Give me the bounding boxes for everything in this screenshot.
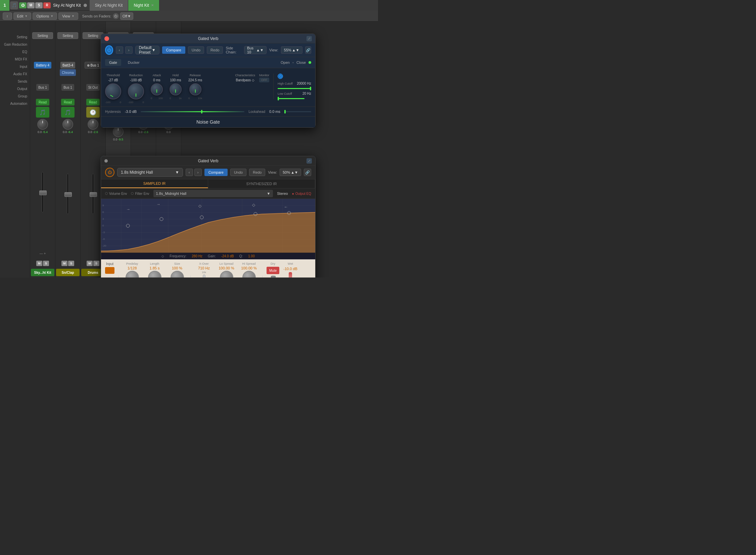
ch-mute-3[interactable]: M bbox=[87, 261, 93, 266]
channel-sky-kit: Setting Battery 4 Bus 1 Read 🎵 0.0 -5.4 bbox=[30, 22, 55, 278]
edit-button[interactable]: Edit ▼ bbox=[13, 12, 32, 20]
sd-hi-spread-knob[interactable] bbox=[242, 271, 256, 278]
ng-undo-button[interactable]: Undo bbox=[188, 46, 204, 54]
setting-btn-3[interactable]: Setting bbox=[83, 32, 103, 39]
sd-length-knob[interactable] bbox=[148, 271, 161, 278]
automation-label: Automation bbox=[0, 100, 30, 108]
sd-mute-button[interactable]: Mute bbox=[267, 267, 279, 274]
audiofx-badge-2[interactable]: Chroma bbox=[60, 69, 76, 76]
up-arrow-button[interactable]: ↑ bbox=[3, 12, 12, 20]
sd-lo-spread-knob[interactable] bbox=[220, 271, 233, 278]
sd-undo-button[interactable]: Undo bbox=[230, 169, 246, 176]
ch-solo-1[interactable]: S bbox=[43, 261, 49, 266]
ng-attack-knob[interactable] bbox=[151, 83, 163, 95]
sends-power-button[interactable]: ⏻ bbox=[113, 13, 119, 19]
ng-back-button[interactable]: ‹ bbox=[116, 46, 123, 54]
sd-wet-slider[interactable] bbox=[289, 272, 292, 278]
sd-ir-name[interactable]: 1.8s_Midnight Hall ▼ bbox=[153, 190, 273, 197]
eq-label: EQ bbox=[0, 48, 30, 56]
sd-preset-dropdown[interactable]: 1.8s Midnight Hall ▼ bbox=[117, 168, 183, 177]
noise-gate-close-button[interactable] bbox=[104, 36, 109, 41]
ch-mute-2[interactable]: M bbox=[61, 261, 67, 266]
sd-view-pct[interactable]: 50% ▲▼ bbox=[280, 169, 301, 176]
pan-knob-1[interactable] bbox=[37, 119, 48, 130]
ng-low-cutoff-slider[interactable] bbox=[278, 98, 304, 99]
tab-close-icon[interactable]: ✕ bbox=[151, 3, 154, 7]
ng-lookahead-slider[interactable] bbox=[284, 111, 311, 112]
input-badge-1[interactable]: Battery 4 bbox=[34, 62, 51, 69]
ng-link-button[interactable]: 🔗 bbox=[305, 46, 311, 54]
ng-forward-button[interactable]: › bbox=[125, 46, 133, 54]
setting-btn-2[interactable]: Setting bbox=[57, 32, 78, 39]
ng-preset-dropdown[interactable]: Default Preset ▼ bbox=[135, 46, 159, 54]
sd-dry-slider[interactable] bbox=[272, 275, 274, 278]
ng-release-knob[interactable] bbox=[189, 83, 201, 95]
sd-expand-button[interactable]: ⤢ bbox=[306, 158, 312, 164]
ch-solo-2[interactable]: S bbox=[68, 261, 74, 266]
record-button[interactable]: R bbox=[43, 2, 51, 8]
ng-hold-knob[interactable] bbox=[170, 83, 182, 95]
fader-2[interactable] bbox=[56, 135, 80, 253]
ng-compare-button[interactable]: Compare bbox=[162, 46, 185, 54]
sd-tab-sampled[interactable]: SAMPLED IR bbox=[101, 179, 208, 188]
sd-close-button[interactable] bbox=[104, 159, 108, 163]
ng-view-pct[interactable]: 55% ▲▼ bbox=[281, 46, 302, 54]
power-button[interactable]: ⏻ bbox=[19, 2, 27, 8]
sd-preset-arrow: ▼ bbox=[175, 170, 179, 175]
output-badge-1[interactable]: Bus 1 bbox=[36, 84, 49, 91]
pan-knob-2[interactable] bbox=[62, 119, 73, 130]
setting-btn-1[interactable]: Setting bbox=[32, 32, 53, 39]
input-badge-3[interactable]: ⊕ Bus 1 bbox=[85, 62, 101, 69]
ng-open-dot bbox=[309, 61, 311, 64]
track-icon-2[interactable]: 🎵 bbox=[61, 107, 75, 118]
ng-reduction-knob[interactable] bbox=[128, 83, 144, 99]
noise-gate-expand-button[interactable]: ⤢ bbox=[306, 36, 312, 41]
sends-dropdown[interactable]: Off ▼ bbox=[120, 12, 133, 20]
sd-link-button[interactable]: 🔗 bbox=[304, 169, 311, 176]
view-button[interactable]: View ▼ bbox=[58, 12, 78, 20]
mute-button[interactable]: M bbox=[27, 2, 35, 8]
tab-night-kit[interactable]: Night Kit ✕ bbox=[128, 0, 159, 11]
pan-knob-3[interactable] bbox=[88, 119, 98, 130]
track-icon-3[interactable]: 🕐 bbox=[86, 107, 100, 118]
sd-input-slider[interactable] bbox=[108, 276, 111, 278]
options-button[interactable]: Options ▼ bbox=[33, 12, 57, 20]
ng-threshold-knob[interactable] bbox=[105, 83, 121, 99]
automation-read-3[interactable]: Read bbox=[86, 99, 100, 105]
sd-input-color-btn[interactable] bbox=[105, 267, 114, 274]
tab-sky-at-night[interactable]: Sky At Night Kit bbox=[90, 0, 129, 11]
solo-button[interactable]: S bbox=[35, 2, 43, 8]
ch-mute-1[interactable]: M bbox=[36, 261, 42, 266]
automation-read-2[interactable]: Read bbox=[61, 99, 75, 105]
output-badge-3[interactable]: St Out bbox=[86, 84, 100, 91]
pan-knob-4[interactable] bbox=[113, 126, 124, 137]
ng-high-cutoff-slider[interactable] bbox=[278, 88, 311, 89]
db-row-1: 0.0 -5.4 bbox=[38, 130, 48, 134]
sd-power-button[interactable]: ⏻ bbox=[105, 168, 114, 177]
ng-tab-gate[interactable]: Gate bbox=[105, 59, 121, 66]
sd-redo-button[interactable]: Redo bbox=[249, 169, 265, 176]
ng-power-button[interactable]: ⏻ bbox=[105, 45, 113, 55]
track-icon-1[interactable]: 🎵 bbox=[36, 107, 49, 118]
sd-predelay-knob[interactable] bbox=[126, 271, 139, 278]
noise-gate-titlebar: Gated Verb ⤢ bbox=[101, 34, 315, 43]
ng-tab-ducker[interactable]: Ducker bbox=[124, 59, 144, 66]
sd-tab-synth[interactable]: SYNTHESIZED IR bbox=[208, 179, 315, 188]
sd-freq-info: ◇ Frequency: 280 Hz Gain: -24.0 dB Q: 1.… bbox=[101, 253, 315, 259]
ng-hysteresis-slider[interactable] bbox=[141, 111, 244, 112]
ng-cutoff-power[interactable]: ⏻ bbox=[278, 74, 283, 79]
ng-redo-button[interactable]: Redo bbox=[207, 46, 223, 54]
fader-1[interactable] bbox=[31, 135, 54, 249]
automation-read-1[interactable]: Read bbox=[36, 99, 49, 105]
sd-back-button[interactable]: ‹ bbox=[186, 169, 193, 176]
sd-compare-button[interactable]: Compare bbox=[204, 169, 228, 176]
sd-size-knob[interactable] bbox=[171, 271, 184, 278]
ch-solo-3[interactable]: S bbox=[93, 261, 99, 266]
channel-snclap: Setting Batt3-4 Chroma Bus 1 Read 🎵 0.0 … bbox=[55, 22, 81, 278]
sd-output-eq[interactable]: ● Output EQ bbox=[292, 192, 311, 196]
input-badge-2[interactable]: Batt3-4 bbox=[60, 62, 75, 69]
output-badge-2[interactable]: Bus 1 bbox=[61, 84, 74, 91]
sd-xover-slider[interactable] bbox=[203, 274, 205, 278]
sd-forward-button[interactable]: › bbox=[194, 169, 202, 176]
sidechain-dropdown[interactable]: Bus 10 ▲▼ bbox=[244, 46, 267, 54]
